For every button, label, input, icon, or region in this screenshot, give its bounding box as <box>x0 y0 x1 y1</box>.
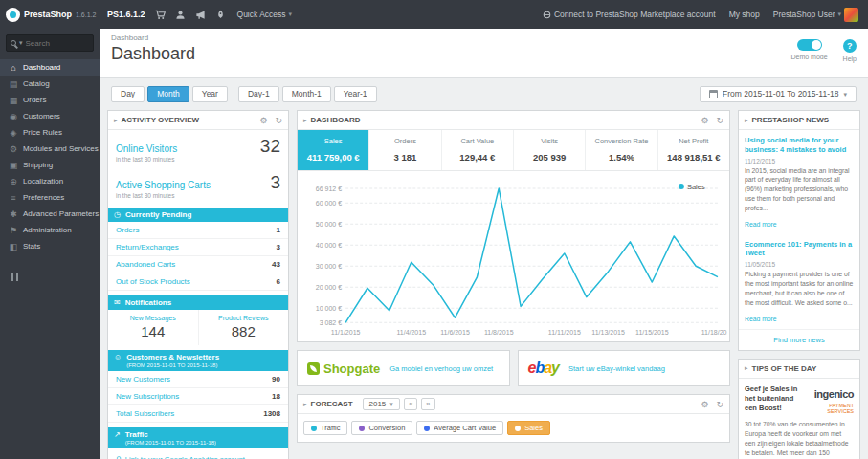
range-month-1-button[interactable]: Month-1 <box>282 86 331 102</box>
employee-icon[interactable] <box>175 10 186 20</box>
product-reviews-cell[interactable]: Product Reviews 882 <box>198 310 289 345</box>
orders-icon: ▦ <box>9 96 18 105</box>
kpi-conversion-rate[interactable]: Conversion Rate1.54% <box>585 130 657 170</box>
news-item-title[interactable]: Ecommerce 101: Payments in a Tweet <box>745 240 854 259</box>
traffic-subtitle: (FROM 2015-11-01 TO 2015-11-18) <box>125 440 216 446</box>
forecast-prev-button[interactable]: « <box>404 398 417 410</box>
gear-icon[interactable]: ⚙ <box>701 116 708 125</box>
refresh-icon[interactable]: ↻ <box>275 116 282 125</box>
sidebar-item-orders[interactable]: ▦Orders <box>0 92 100 108</box>
find-more-news-link[interactable]: Find more news <box>739 329 859 350</box>
gear-icon[interactable]: ⚙ <box>259 116 267 125</box>
new-subscriptions-link[interactable]: New Subscriptions <box>116 392 179 401</box>
kpi-net-profit[interactable]: Net Profit148 918,51 € <box>657 130 729 170</box>
legend-label: Traffic <box>321 424 340 432</box>
sidebar-item-preferences[interactable]: ≡Preferences <box>0 189 100 206</box>
brand-version: 1.6.1.2 <box>76 11 96 18</box>
range-year-1-button[interactable]: Year-1 <box>334 86 377 102</box>
svg-text:11/4/2015: 11/4/2015 <box>396 329 426 336</box>
traffic-dot-icon <box>311 426 317 431</box>
forecast-legend-average-cart-value[interactable]: Average Cart Value <box>416 421 503 435</box>
marketplace-label: Connect to PrestaShop Marketplace accoun… <box>554 10 716 19</box>
kpi-value: 205 939 <box>516 152 583 163</box>
marketplace-link[interactable]: Connect to PrestaShop Marketplace accoun… <box>543 10 716 19</box>
active-carts-link[interactable]: Active Shopping Carts <box>116 180 211 190</box>
ebay-link[interactable]: Start uw eBay-winkel vandaag <box>568 364 665 374</box>
chevron-down-icon[interactable]: ▾ <box>19 39 23 47</box>
google-analytics-link[interactable]: ⚲ Link to your Google Analytics account <box>108 448 288 459</box>
out-of-stock-link[interactable]: Out of Stock Products <box>116 277 190 286</box>
search-input[interactable] <box>26 39 79 48</box>
range-month-button[interactable]: Month <box>147 86 189 102</box>
svg-text:11/8/2015: 11/8/2015 <box>484 329 514 336</box>
sidebar-item-shipping[interactable]: ▣Shipping <box>0 157 100 173</box>
forecast-legend-conversion[interactable]: Conversion <box>351 421 412 435</box>
shopgate-link[interactable]: Ga mobiel en verhoog uw omzet <box>389 364 493 374</box>
help-icon[interactable]: ? <box>843 39 857 53</box>
kpi-label: Cart Value <box>444 137 511 145</box>
sidebar-nav: ⌂Dashboard ▤Catalog ▦Orders ◉Customers ◈… <box>0 59 100 254</box>
legend-label: Average Cart Value <box>434 424 496 432</box>
shopgate-promo: Shopgate Ga mobiel en verhoog uw omzet <box>297 350 510 386</box>
preferences-icon: ≡ <box>9 193 18 203</box>
active-carts-subtitle: in the last 30 minutes <box>108 191 288 203</box>
range-day-button[interactable]: Day <box>111 86 145 102</box>
ebay-logo: ebay <box>528 360 560 377</box>
product-reviews-value: 882 <box>201 323 287 339</box>
news-item-title[interactable]: Using social media for your business: 4 … <box>745 136 854 155</box>
forecast-legend-sales[interactable]: Sales <box>507 421 550 435</box>
cart-icon[interactable] <box>155 10 166 20</box>
forecast-year-select[interactable]: 2015 ▾ <box>363 398 400 410</box>
svg-text:11/13/2015: 11/13/2015 <box>591 329 625 336</box>
collapse-icon <box>11 273 18 281</box>
range-day-1-button[interactable]: Day-1 <box>238 86 279 102</box>
returns-link[interactable]: Return/Exchanges <box>116 243 179 251</box>
sidebar-item-price-rules[interactable]: ◈Price Rules <box>0 124 100 141</box>
kpi-cart-value[interactable]: Cart Value129,44 € <box>441 130 513 170</box>
sidebar-search[interactable]: ▾ <box>6 34 94 52</box>
sidebar-item-customers[interactable]: ◉Customers <box>0 108 100 124</box>
demo-mode-toggle[interactable] <box>797 39 822 51</box>
date-range-picker[interactable]: From 2015-11-01 To 2015-11-18 ▾ <box>700 86 857 102</box>
abandoned-carts-link[interactable]: Abandoned Carts <box>116 260 175 269</box>
quick-access-dropdown[interactable]: Quick Access ▾ <box>237 10 293 19</box>
kpi-orders[interactable]: Orders3 181 <box>368 130 440 170</box>
sidebar-item-advanced-parameters[interactable]: ✱Advanced Parameters <box>0 206 100 222</box>
shop-name[interactable]: PS1.6.1.2 <box>107 10 145 19</box>
sidebar-item-administration[interactable]: ⚑Administration <box>0 222 100 238</box>
refresh-icon[interactable]: ↻ <box>716 116 723 125</box>
new-customers-link[interactable]: New Customers <box>116 375 170 383</box>
total-subscribers-link[interactable]: Total Subscribers <box>116 409 174 418</box>
megaphone-icon[interactable] <box>195 10 206 20</box>
forecast-legend-traffic[interactable]: Traffic <box>303 421 347 435</box>
gear-icon[interactable]: ⚙ <box>701 400 708 409</box>
topbar-icons <box>155 10 226 20</box>
sidebar-item-dashboard[interactable]: ⌂Dashboard <box>0 59 100 76</box>
sidebar-item-catalog[interactable]: ▤Catalog <box>0 76 100 92</box>
sidebar-item-modules[interactable]: ⚙Modules and Services <box>0 141 100 157</box>
new-messages-cell[interactable]: New Messages 144 <box>108 310 198 345</box>
news-item-date: 11/12/2015 <box>745 158 854 164</box>
range-year-button[interactable]: Year <box>192 86 228 102</box>
kpi-sales[interactable]: Sales411 759,00 € <box>298 130 368 170</box>
help-label: Help <box>843 55 857 62</box>
refresh-icon[interactable]: ↻ <box>716 400 723 409</box>
sidebar-item-localization[interactable]: ⊕Localization <box>0 173 100 189</box>
my-shop-link[interactable]: My shop <box>729 10 760 19</box>
kpi-value: 129,44 € <box>444 152 511 163</box>
rocket-icon[interactable] <box>215 10 226 20</box>
modules-icon: ⚙ <box>9 144 18 154</box>
read-more-link[interactable]: Read more <box>745 316 777 322</box>
online-visitors-link[interactable]: Online Visitors <box>116 143 177 154</box>
read-more-link[interactable]: Read more <box>745 221 777 228</box>
activity-overview-panel: ▸ ACTIVITY OVERVIEW ⚙ ↻ Online Visitors … <box>107 110 289 459</box>
forecast-next-button[interactable]: » <box>421 398 434 410</box>
chevron-down-icon: ▾ <box>289 11 293 18</box>
sidebar-item-stats[interactable]: ◧Stats <box>0 238 100 254</box>
svg-text:40 000 €: 40 000 € <box>316 242 342 249</box>
quick-access-label: Quick Access <box>237 10 286 19</box>
kpi-visits[interactable]: Visits205 939 <box>513 130 585 170</box>
menu-collapse-button[interactable] <box>11 268 100 285</box>
pending-orders-link[interactable]: Orders <box>116 226 139 234</box>
user-menu[interactable]: PrestaShop User ▾ <box>773 8 858 22</box>
